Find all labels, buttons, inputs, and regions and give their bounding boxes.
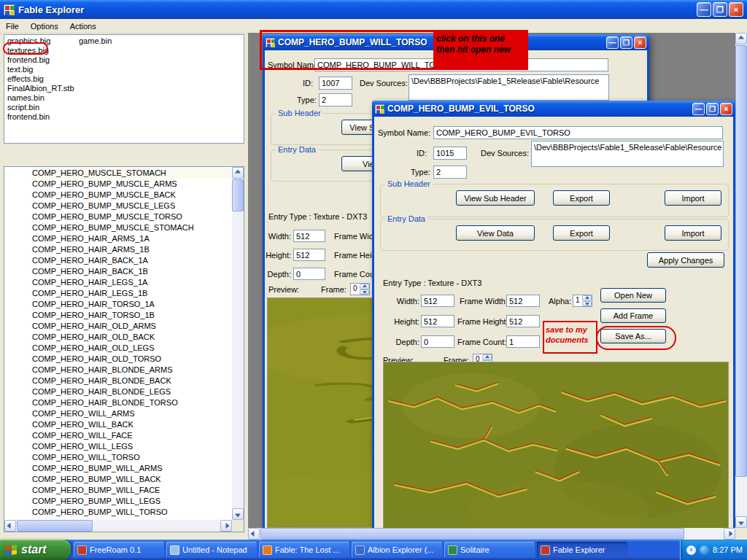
texture-list-item[interactable]: COMP_HERO_BUMP_WILL_FACE: [32, 485, 231, 496]
menu-item[interactable]: File: [0, 20, 25, 32]
texture-list-item[interactable]: COMP_HERO_HAIR_BLONDE_BACK: [32, 376, 231, 386]
export-sub-header-button[interactable]: Export: [553, 190, 610, 206]
window1-titlebar[interactable]: COMP_HERO_BUMP_WILL_TORSO — ❐ ×: [263, 34, 649, 50]
texture-list-item[interactable]: COMP_HERO_HAIR_BLONDE_TORSO: [32, 397, 231, 408]
id-field[interactable]: 1015: [433, 147, 467, 160]
scroll-down-button[interactable]: [232, 508, 244, 520]
file-list-item[interactable]: graphics.big: [7, 36, 74, 46]
close-button[interactable]: ×: [720, 103, 732, 115]
frame-count-field[interactable]: 1: [506, 335, 540, 348]
scroll-right-button[interactable]: [220, 520, 232, 532]
apply-changes-button[interactable]: Apply Changes: [647, 252, 724, 268]
export-data-button[interactable]: Export: [553, 225, 610, 241]
save-as-button[interactable]: Save As...: [600, 329, 666, 343]
scroll-right-button[interactable]: [724, 528, 735, 540]
import-data-button[interactable]: Import: [665, 225, 721, 241]
file-list-item[interactable]: frontend.big: [7, 55, 74, 65]
maximize-button[interactable]: ❐: [713, 2, 727, 17]
close-button[interactable]: ×: [729, 2, 743, 17]
height-field[interactable]: 512: [293, 249, 325, 261]
texture-list-item[interactable]: COMP_HERO_WILL_TORSO: [32, 452, 231, 463]
width-field[interactable]: 512: [293, 230, 325, 242]
symbol-name-field[interactable]: COMP_HERO_BUMP_EVIL_TORSO: [433, 126, 723, 139]
depth-field[interactable]: 0: [293, 268, 325, 280]
scroll-down-button[interactable]: [735, 516, 747, 528]
window2-titlebar[interactable]: COMP_HERO_BUMP_EVIL_TORSO — ❐ ×: [372, 101, 735, 117]
file-list-item[interactable]: text.big: [7, 65, 74, 74]
add-frame-button[interactable]: Add Frame: [600, 308, 666, 323]
task-button[interactable]: Albion Explorer (...: [352, 542, 442, 558]
texture-list-item[interactable]: COMP_HERO_WILL_ARMS: [32, 408, 231, 419]
task-button[interactable]: Fable Explorer: [537, 542, 627, 558]
texture-list-item[interactable]: COMP_HERO_BUMP_MUSCLE_LEGS: [32, 201, 231, 211]
hscroll-thumb[interactable]: [17, 520, 93, 532]
height-field[interactable]: 512: [421, 315, 454, 327]
task-button[interactable]: Solitaire: [444, 542, 535, 558]
file-list-item[interactable]: script.bin: [7, 103, 74, 112]
file-list-item[interactable]: game.bin: [79, 36, 112, 46]
texture-list-item[interactable]: COMP_HERO_BUMP_MUSCLE_BACK: [32, 190, 231, 201]
texture-list-item[interactable]: COMP_HERO_BUMP_MUSCLE_ARMS: [32, 179, 231, 190]
scroll-up-button[interactable]: [735, 33, 747, 44]
file-list-item[interactable]: textures.big: [7, 46, 74, 55]
symbol-name-field[interactable]: COMP_HERO_BUMP_WILL_TORSO: [314, 58, 608, 71]
alpha-spinner[interactable]: 1: [573, 295, 592, 307]
type-field[interactable]: 2: [433, 166, 467, 179]
task-button[interactable]: Untitled - Notepad: [166, 542, 257, 558]
start-button[interactable]: start: [0, 540, 71, 560]
file-list-item[interactable]: names.bin: [7, 93, 74, 103]
texture-list-item[interactable]: COMP_HERO_WILL_FACE: [32, 430, 231, 441]
texture-list-item[interactable]: COMP_HERO_BUMP_WILL_TORSO: [32, 507, 231, 518]
texture-list-item[interactable]: COMP_HERO_HAIR_TORSO_1A: [32, 299, 231, 310]
texture-list-item[interactable]: COMP_HERO_MUSCLE_STOMACH: [32, 168, 231, 179]
frame-height-field[interactable]: 512: [506, 315, 540, 327]
texture-list-item[interactable]: COMP_HERO_BUMP_MUSCLE_STOMACH: [32, 222, 231, 233]
texture-list-item[interactable]: COMP_HERO_HAIR_BACK_1A: [32, 255, 231, 266]
texture-list-item[interactable]: COMP_HERO_BUMP_WILL_BACK: [32, 474, 231, 485]
type-field[interactable]: 2: [319, 93, 352, 106]
dev-sources-field[interactable]: \Dev\BBBProjects\Fable1_5Release\Fable\R…: [531, 141, 724, 167]
frame-width-field[interactable]: 512: [506, 295, 540, 307]
texture-list-item[interactable]: COMP_HERO_HAIR_BACK_1B: [32, 266, 231, 277]
texture-list-item[interactable]: COMP_HERO_WILL_BACK: [32, 419, 231, 430]
texture-list-item[interactable]: COMP_HERO_BUMP_WILL_LEGS: [32, 496, 231, 507]
minimize-button[interactable]: —: [606, 36, 619, 49]
texture-list-item[interactable]: COMP_HERO_HAIR_BLONDE_ARMS: [32, 365, 231, 376]
tray-chevron-icon[interactable]: ‹: [686, 545, 696, 555]
width-field[interactable]: 512: [421, 295, 454, 307]
vscroll-thumb[interactable]: [735, 45, 747, 477]
texture-list-item[interactable]: COMP_HERO_HAIR_ARMS_1A: [32, 233, 231, 244]
menu-item[interactable]: Actions: [64, 20, 102, 32]
texture-list-item[interactable]: COMP_HERO_HAIR_ARMS_1B: [32, 244, 231, 255]
view-sub-header-button[interactable]: View Sub Header: [456, 190, 535, 206]
texture-list-item[interactable]: COMP_HERO_HAIR_LEGS_1B: [32, 288, 231, 299]
scroll-left-button[interactable]: [248, 528, 260, 540]
hscroll-thumb[interactable]: [260, 528, 684, 540]
open-new-button[interactable]: Open New: [600, 288, 666, 303]
minimize-button[interactable]: —: [692, 103, 705, 115]
texture-list-item[interactable]: COMP_HERO_HAIR_OLD_LEGS: [32, 343, 231, 354]
minimize-button[interactable]: —: [697, 2, 711, 17]
texture-list-item[interactable]: COMP_HERO_HAIR_BLONDE_LEGS: [32, 386, 231, 397]
file-list-item[interactable]: frontend.bin: [7, 112, 74, 122]
menu-item[interactable]: Options: [25, 20, 64, 32]
file-list-item[interactable]: effects.big: [7, 74, 74, 84]
file-list-item[interactable]: FinalAlbion_RT.stb: [7, 84, 74, 93]
task-button[interactable]: Fable: The Lost ...: [259, 542, 349, 558]
texture-list-item[interactable]: COMP_HERO_HAIR_OLD_ARMS: [32, 321, 231, 332]
maximize-button[interactable]: ❐: [706, 103, 719, 115]
task-button[interactable]: FreeRoam 0.1: [74, 542, 164, 558]
texture-list-item[interactable]: COMP_HERO_BUMP_MUSCLE_TORSO: [32, 211, 231, 222]
frame-spinner[interactable]: 0: [350, 283, 370, 295]
view-data-button[interactable]: View Data: [456, 225, 535, 241]
scroll-up-button[interactable]: [232, 167, 244, 179]
texture-list-item[interactable]: COMP_HERO_HAIR_TORSO_1B: [32, 310, 231, 321]
close-button[interactable]: ×: [634, 36, 646, 49]
scroll-left-button[interactable]: [4, 520, 16, 532]
id-field[interactable]: 1007: [319, 77, 352, 90]
vscroll-thumb[interactable]: [232, 179, 244, 211]
depth-field[interactable]: 0: [421, 335, 454, 348]
tray-status-icon[interactable]: [700, 545, 709, 555]
dev-sources-field[interactable]: \Dev\BBBProjects\Fable1_5Release\Fable\R…: [409, 74, 609, 101]
import-sub-header-button[interactable]: Import: [665, 190, 721, 206]
